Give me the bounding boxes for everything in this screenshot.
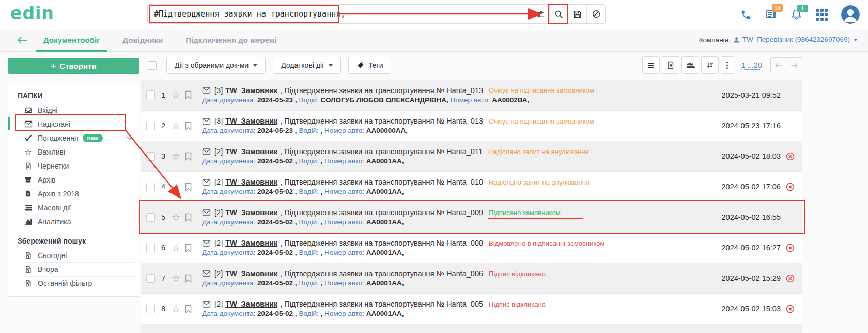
back-arrow-icon[interactable] [17,36,28,45]
document-row-4[interactable]: 4 ☆ [2] TW_Замовник , Підтвердження заяв… [141,171,802,202]
row-checkbox[interactable] [146,183,155,191]
sort-icon[interactable] [701,56,719,74]
bookmark-icon[interactable] [185,90,192,99]
cancel-request-icon[interactable] [781,244,799,252]
cancel-request-icon[interactable] [781,274,799,283]
notifications-bell-icon[interactable]: 1 [791,9,802,21]
tag-icon [357,62,364,69]
create-button[interactable]: + Створити [8,58,140,74]
bookmark-icon[interactable] [185,152,192,161]
star-icon[interactable]: ☆ [172,121,180,131]
sidebar-item-1[interactable]: Надіслані [8,117,139,131]
bulk-actions-button[interactable]: Дії з обраними док-ми [166,57,266,74]
bookmark-icon[interactable] [185,122,192,130]
bookmark-icon[interactable] [185,305,192,313]
row-checkbox[interactable] [146,305,155,313]
saved-search-item-2[interactable]: Останній фільтр [8,276,139,290]
star-icon[interactable]: ☆ [172,243,180,253]
phone-icon[interactable] [740,9,751,20]
row-checkbox[interactable] [146,122,155,130]
news-icon[interactable]: 10 [765,8,777,21]
sender-link[interactable]: TW_Замовник [225,86,277,95]
chevron-down-icon[interactable] [127,136,133,140]
star-icon[interactable]: ☆ [172,304,180,314]
apps-grid-icon[interactable] [816,9,828,21]
avatar[interactable] [841,5,860,24]
nav-bar: Документообіг Довідники Підключення до м… [0,29,868,52]
edin-logo[interactable]: edin [10,3,54,23]
sender-link[interactable]: TW_Замовник [225,300,277,308]
tab-directories[interactable]: Довідники [122,29,163,52]
bookmark-icon[interactable] [185,274,192,283]
sidebar-item-5[interactable]: Архів [8,173,139,187]
star-icon[interactable]: ☆ [172,90,180,100]
sidebar-item-6[interactable]: Архів з 2018 [8,187,139,201]
document-row-6[interactable]: 6 ☆ [2] TW_Замовник , Підтвердження заяв… [141,232,802,263]
star-icon[interactable]: ☆ [172,213,180,222]
sidebar-item-4[interactable]: Чернетки [8,159,139,173]
document-row-8[interactable]: 8 ☆ [2] TW_Замовник , Підтвердження заяв… [141,293,802,324]
sender-link[interactable]: TW_Замовник [225,147,277,156]
more-icon[interactable] [721,56,734,74]
list-view-icon[interactable] [642,56,660,74]
bookmark-icon[interactable] [185,213,192,222]
saved-search-item-0[interactable]: Сьогодні [8,248,139,262]
sidebar-item-8[interactable]: Аналітика [8,215,139,229]
star-icon[interactable]: ☆ [172,274,180,283]
save-search-button[interactable] [568,5,586,23]
search-button[interactable] [549,5,568,23]
tags-button[interactable]: Теги [348,57,391,74]
pager [770,57,802,73]
cancel-request-icon[interactable] [781,152,799,161]
tab-document-flow[interactable]: Документообіг [43,29,100,52]
cancel-request-icon[interactable] [781,305,799,313]
sidebar-panel: ПАПКИ Вхідні Надіслані Погодження new ☆ … [8,83,140,297]
sender-link[interactable]: TW_Замовник [225,208,277,217]
document-info: [2] TW_Замовник , Підтвердження заявки н… [202,208,715,226]
sidebar-item-3[interactable]: ☆ Важливі [8,145,139,159]
row-checkbox[interactable] [146,152,155,161]
sidebar-item-7[interactable]: Масові дії [8,201,139,215]
clear-search-button[interactable] [586,5,605,23]
row-checkbox[interactable] [146,274,155,283]
document-info: [2] TW_Замовник , Підтвердження заявки н… [202,147,715,165]
row-checkbox[interactable] [146,244,155,252]
document-row-2[interactable]: 2 ☆ [3] TW_Замовник , Підтвердження заяв… [141,110,802,141]
document-row-1[interactable]: 1 ☆ [3] TW_Замовник , Підтвердження заяв… [141,80,802,110]
document-view-icon[interactable] [662,56,679,74]
sender-link[interactable]: TW_Замовник [225,178,277,186]
bookmark-icon[interactable] [185,183,192,191]
document-row-7[interactable]: 7 ☆ [2] TW_Замовник , Підтвердження заяв… [141,263,802,293]
row-checkbox[interactable] [146,213,155,222]
saved-search-item-1[interactable]: Вчора [8,262,139,276]
search-input[interactable] [148,5,531,23]
cancel-request-icon[interactable] [781,183,799,191]
extra-actions-button[interactable]: Додаткові дії [273,57,341,74]
sender-link[interactable]: TW_Замовник [225,117,277,125]
document-title: , Підтвердження заявки на транспортуванн… [280,117,483,125]
sender-link[interactable]: TW_Замовник [225,239,277,247]
document-row-3[interactable]: 3 ☆ [2] TW_Замовник , Підтвердження заяв… [141,141,802,171]
envelope-icon [202,117,211,125]
company-selector[interactable]: Компанія: TW_Перевізник (9864232607069) [699,36,868,44]
previous-page-button[interactable] [770,57,786,73]
saved-search-title: Збережений пошук [18,237,139,245]
bookmark-icon[interactable] [185,244,192,252]
select-all-checkbox[interactable] [148,61,157,70]
star-icon[interactable]: ☆ [172,182,180,192]
document-row-5[interactable]: 5 ☆ [2] TW_Замовник , Підтвердження заяв… [141,202,802,232]
row-checkbox[interactable] [146,90,155,99]
counterparties-icon[interactable] [681,56,699,74]
received-datetime: 2024-05-02 15:29 [716,274,781,282]
star-icon[interactable]: ☆ [172,152,180,161]
sender-link[interactable]: TW_Замовник [225,269,277,278]
version-label: [2] [214,239,223,247]
filter-icon[interactable] [531,5,549,23]
pagination[interactable]: 1 ...20 [741,61,762,70]
next-page-button[interactable] [786,57,802,73]
version-label: [2] [214,269,223,278]
tab-network-connection[interactable]: Підключення до мережі [185,29,276,52]
sidebar-item-2[interactable]: Погодження new [8,131,139,145]
company-name-link[interactable]: TW_Перевізник (9864232607069) [742,36,850,44]
sidebar-item-0[interactable]: Вхідні [8,103,139,117]
